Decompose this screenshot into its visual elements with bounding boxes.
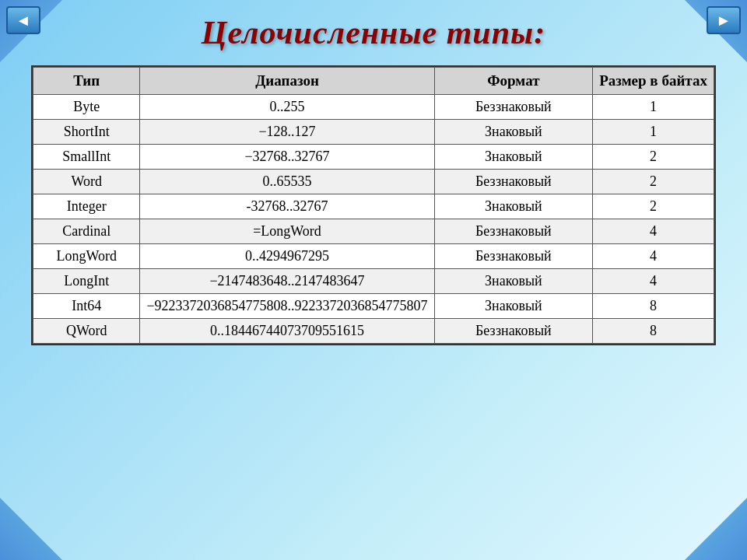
table-header-row: Тип Диапазон Формат Размер в байтах [33, 68, 714, 95]
cell-size: 2 [593, 194, 714, 219]
cell-format: Беззнаковый [434, 219, 593, 244]
cell-format: Знаковый [434, 120, 593, 145]
cell-format: Знаковый [434, 194, 593, 219]
cell-format: Знаковый [434, 269, 593, 294]
cell-type: LongInt [33, 269, 140, 294]
table-row: Int64−9223372036854775808..9223372036854… [33, 294, 714, 319]
cell-range: −128..127 [140, 120, 434, 145]
cell-type: Cardinal [33, 219, 140, 244]
left-arrow-icon: ◄ [16, 12, 31, 30]
header-range: Диапазон [140, 68, 434, 95]
cell-format: Знаковый [434, 294, 593, 319]
cell-range: -32768..32767 [140, 194, 434, 219]
header-type: Тип [33, 68, 140, 95]
right-arrow-icon: ► [716, 12, 731, 30]
cell-size: 8 [593, 294, 714, 319]
cell-type: LongWord [33, 244, 140, 269]
cell-size: 1 [593, 95, 714, 120]
cell-format: Знаковый [434, 145, 593, 170]
cell-size: 1 [593, 120, 714, 145]
page-title: Целочисленные типы: [0, 0, 747, 59]
table-row: LongInt−2147483648..2147483647Знаковый4 [33, 269, 714, 294]
cell-type: SmallInt [33, 145, 140, 170]
table-row: Byte0..255Беззнаковый1 [33, 95, 714, 120]
header-format: Формат [434, 68, 593, 95]
table-row: LongWord0..4294967295Беззнаковый4 [33, 244, 714, 269]
cell-format: Беззнаковый [434, 319, 593, 344]
cell-size: 2 [593, 145, 714, 170]
corner-decoration-bottom-left [0, 498, 62, 560]
cell-size: 8 [593, 319, 714, 344]
header-size: Размер в байтах [593, 68, 714, 95]
cell-type: Byte [33, 95, 140, 120]
cell-range: 0..65535 [140, 170, 434, 194]
cell-type: QWord [33, 319, 140, 344]
cell-range: 0..255 [140, 95, 434, 120]
table-row: Integer-32768..32767Знаковый2 [33, 194, 714, 219]
table-row: ShortInt−128..127Знаковый1 [33, 120, 714, 145]
cell-size: 4 [593, 219, 714, 244]
prev-button[interactable]: ◄ [6, 6, 40, 34]
table-row: QWord0..18446744073709551615Беззнаковый8 [33, 319, 714, 344]
cell-format: Беззнаковый [434, 170, 593, 194]
cell-type: Integer [33, 194, 140, 219]
data-table-container: Тип Диапазон Формат Размер в байтах Byte… [31, 65, 716, 345]
cell-range: −32768..32767 [140, 145, 434, 170]
cell-range: =LongWord [140, 219, 434, 244]
cell-format: Беззнаковый [434, 95, 593, 120]
cell-type: Int64 [33, 294, 140, 319]
table-row: Cardinal=LongWordБеззнаковый4 [33, 219, 714, 244]
cell-range: −9223372036854775808..922337203685477580… [140, 294, 434, 319]
cell-type: ShortInt [33, 120, 140, 145]
cell-size: 4 [593, 269, 714, 294]
corner-decoration-bottom-right [685, 498, 747, 560]
next-button[interactable]: ► [707, 6, 741, 34]
cell-format: Беззнаковый [434, 244, 593, 269]
cell-size: 4 [593, 244, 714, 269]
table-row: SmallInt−32768..32767Знаковый2 [33, 145, 714, 170]
cell-range: 0..18446744073709551615 [140, 319, 434, 344]
cell-type: Word [33, 170, 140, 194]
table-row: Word0..65535Беззнаковый2 [33, 170, 714, 194]
cell-size: 2 [593, 170, 714, 194]
cell-range: −2147483648..2147483647 [140, 269, 434, 294]
integer-types-table: Тип Диапазон Формат Размер в байтах Byte… [33, 67, 714, 344]
cell-range: 0..4294967295 [140, 244, 434, 269]
